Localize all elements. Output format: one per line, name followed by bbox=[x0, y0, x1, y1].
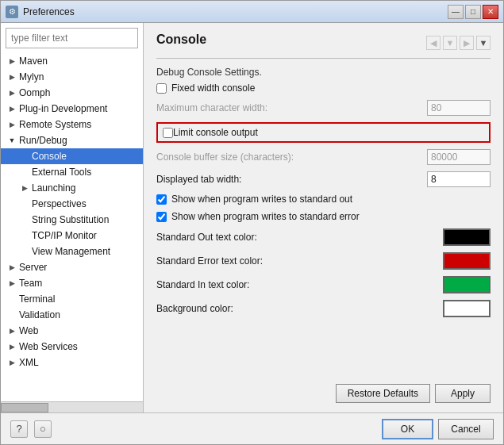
sidebar-item-tcpip[interactable]: TCP/IP Monitor bbox=[1, 228, 143, 244]
restore-defaults-button[interactable]: Restore Defaults bbox=[336, 384, 430, 403]
debug-settings-label: Debug Console Settings. bbox=[156, 67, 491, 78]
window-icon: ⚙ bbox=[6, 6, 18, 18]
show-stdout-checkbox[interactable] bbox=[156, 194, 167, 205]
std-out-color-swatch[interactable] bbox=[443, 228, 491, 246]
panel-title: Console bbox=[156, 33, 206, 47]
left-panel: ▶ Maven ▶ Mylyn ▶ Oomph ▶ Plug-in Develo… bbox=[1, 23, 144, 412]
hint-button[interactable]: ○ bbox=[34, 420, 52, 438]
right-panel: Console ◀ ▼ ▶ ▼ Debug Console Settings. … bbox=[144, 23, 503, 412]
tree-arrow-launching: ▶ bbox=[20, 183, 29, 193]
tab-width-row: Displayed tab width: bbox=[156, 171, 491, 187]
minimize-button[interactable]: — bbox=[448, 5, 464, 19]
sidebar-item-label-perspectives: Perspectives bbox=[32, 198, 87, 209]
sidebar-item-label-web-services: Web Services bbox=[19, 341, 78, 352]
ok-button[interactable]: OK bbox=[382, 419, 433, 439]
sidebar-item-xml[interactable]: ▶ XML bbox=[1, 355, 143, 370]
tree-arrow-string-sub bbox=[20, 215, 29, 224]
bg-color-swatch[interactable] bbox=[443, 300, 491, 317]
tree-arrow-plugin-dev: ▶ bbox=[7, 104, 17, 113]
tree-arrow-perspectives bbox=[20, 199, 29, 209]
sidebar-item-mylyn[interactable]: ▶ Mylyn bbox=[1, 69, 143, 85]
tree-arrow-maven: ▶ bbox=[7, 56, 17, 66]
tree-arrow-terminal bbox=[7, 294, 17, 304]
show-stderr-row: Show when program writes to standard err… bbox=[156, 211, 491, 222]
tab-width-label: Displayed tab width: bbox=[156, 174, 427, 185]
apply-button[interactable]: Apply bbox=[435, 384, 491, 403]
buffer-size-row: Console buffer size (characters): bbox=[156, 149, 491, 165]
separator bbox=[156, 58, 491, 59]
max-char-input[interactable] bbox=[427, 100, 491, 116]
preferences-window: ⚙ Preferences — □ ✕ ▶ Maven ▶ Mylyn bbox=[0, 0, 504, 445]
std-err-color-swatch[interactable] bbox=[443, 252, 491, 270]
sidebar-item-label-plugin-dev: Plug-in Development bbox=[19, 103, 107, 114]
nav-bar: ◀ ▼ ▶ ▼ bbox=[426, 36, 491, 50]
sidebar-item-string-sub[interactable]: String Substitution bbox=[1, 212, 143, 228]
cancel-button[interactable]: Cancel bbox=[438, 419, 494, 439]
content-area: ▶ Maven ▶ Mylyn ▶ Oomph ▶ Plug-in Develo… bbox=[1, 23, 503, 412]
limit-console-box: Limit console output bbox=[156, 122, 491, 143]
show-stdout-label: Show when program writes to standard out bbox=[171, 194, 352, 205]
nav-forward-button[interactable]: ▶ bbox=[460, 36, 474, 50]
sidebar-item-perspectives[interactable]: Perspectives bbox=[1, 196, 143, 212]
sidebar-item-label-view-mgmt: View Management bbox=[32, 246, 110, 257]
sidebar-item-terminal[interactable]: Terminal bbox=[1, 291, 143, 307]
std-in-color-swatch[interactable] bbox=[443, 276, 491, 293]
sidebar-item-remote-systems[interactable]: ▶ Remote Systems bbox=[1, 117, 143, 132]
sidebar-item-launching[interactable]: ▶ Launching bbox=[1, 180, 143, 196]
help-button[interactable]: ? bbox=[10, 420, 28, 438]
sidebar-item-web-services[interactable]: ▶ Web Services bbox=[1, 339, 143, 355]
std-out-color-label: Standard Out text color: bbox=[156, 232, 443, 243]
sidebar-item-console[interactable]: Console bbox=[1, 148, 143, 164]
sidebar-item-team[interactable]: ▶ Team bbox=[1, 275, 143, 291]
sidebar-item-external-tools[interactable]: External Tools bbox=[1, 164, 143, 180]
title-bar-buttons: — □ ✕ bbox=[448, 5, 498, 19]
show-stderr-label: Show when program writes to standard err… bbox=[171, 211, 360, 222]
nav-menu-button[interactable]: ▼ bbox=[476, 36, 491, 50]
tree-arrow-mylyn: ▶ bbox=[7, 72, 17, 82]
scrollbar-thumb[interactable] bbox=[1, 403, 48, 412]
close-button[interactable]: ✕ bbox=[483, 5, 498, 19]
sidebar-item-plugin-dev[interactable]: ▶ Plug-in Development bbox=[1, 101, 143, 117]
sidebar-item-view-mgmt[interactable]: View Management bbox=[1, 244, 143, 259]
horizontal-scrollbar[interactable] bbox=[1, 401, 143, 412]
tab-width-input[interactable] bbox=[427, 171, 491, 187]
sidebar-item-oomph[interactable]: ▶ Oomph bbox=[1, 85, 143, 101]
fixed-width-label: Fixed width console bbox=[171, 82, 255, 94]
tree-arrow-run-debug: ▼ bbox=[7, 136, 17, 145]
window-title: Preferences bbox=[23, 6, 448, 17]
nav-dropdown-button[interactable]: ▼ bbox=[443, 36, 457, 50]
sidebar-item-label-run-debug: Run/Debug bbox=[19, 135, 67, 146]
nav-back-button[interactable]: ◀ bbox=[426, 36, 441, 50]
tree-arrow-tcpip bbox=[20, 231, 29, 240]
sidebar-item-run-debug[interactable]: ▼ Run/Debug bbox=[1, 132, 143, 148]
sidebar-item-label-team: Team bbox=[19, 278, 42, 289]
sidebar-item-server[interactable]: ▶ Server bbox=[1, 259, 143, 275]
show-stderr-checkbox[interactable] bbox=[156, 212, 167, 222]
bottom-right: OK Cancel bbox=[382, 419, 494, 439]
maximize-button[interactable]: □ bbox=[465, 5, 481, 19]
sidebar-item-label-console: Console bbox=[32, 151, 67, 162]
sidebar-item-label-external-tools: External Tools bbox=[32, 167, 91, 178]
limit-console-checkbox[interactable] bbox=[163, 128, 173, 138]
buttons-row: Restore Defaults Apply bbox=[156, 376, 491, 403]
sidebar-item-label-mylyn: Mylyn bbox=[19, 71, 44, 82]
sidebar-item-maven[interactable]: ▶ Maven bbox=[1, 53, 143, 69]
sidebar-item-label-terminal: Terminal bbox=[19, 293, 55, 305]
tree-arrow-view-mgmt bbox=[20, 247, 29, 256]
hint-icon: ○ bbox=[40, 423, 46, 435]
fixed-width-checkbox[interactable] bbox=[156, 83, 167, 94]
tree-arrow-web-services: ▶ bbox=[7, 342, 17, 351]
tree-container: ▶ Maven ▶ Mylyn ▶ Oomph ▶ Plug-in Develo… bbox=[1, 53, 143, 401]
search-input[interactable] bbox=[6, 28, 138, 48]
limit-console-label: Limit console output bbox=[173, 127, 258, 138]
sidebar-item-validation[interactable]: Validation bbox=[1, 307, 143, 323]
buffer-size-input[interactable] bbox=[427, 149, 491, 165]
std-err-color-label: Standard Error text color: bbox=[156, 255, 443, 267]
tree-arrow-validation bbox=[7, 310, 17, 320]
tree-arrow-oomph: ▶ bbox=[7, 88, 17, 98]
fixed-width-row: Fixed width console bbox=[156, 82, 491, 94]
sidebar-item-label-tcpip: TCP/IP Monitor bbox=[32, 230, 97, 241]
sidebar-item-web[interactable]: ▶ Web bbox=[1, 323, 143, 339]
sidebar-item-label-string-sub: String Substitution bbox=[32, 214, 109, 225]
buffer-size-label: Console buffer size (characters): bbox=[156, 152, 427, 163]
